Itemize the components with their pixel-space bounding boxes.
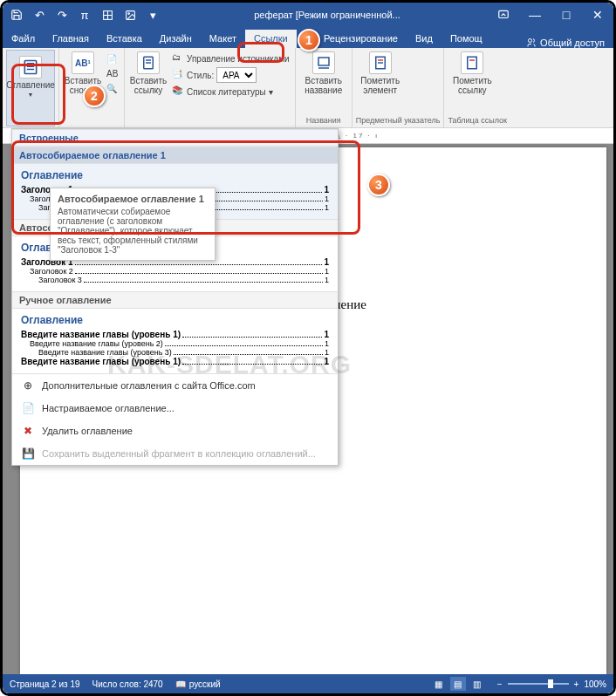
image-icon[interactable] [120,4,140,25]
share-button[interactable]: Общий доступ [517,38,613,48]
insert-citation-button[interactable]: Вставить ссылку [128,50,168,97]
tab-file[interactable]: Файл [3,30,44,48]
sources-icon: 🗂 [172,52,184,65]
zoom-control: − + 100% [497,679,606,689]
caption-icon [312,51,335,74]
office-icon: ⊕ [21,379,35,392]
toc-gallery-dropdown: Встроенные Автособираемое оглавление 1 О… [11,128,339,466]
tooltip-title: Автособираемое оглавление 1 [58,194,208,204]
title-bar: ↶ ↷ π ▾ реферат [Режим ограниченной... —… [3,3,613,27]
language-indicator[interactable]: 📖русский [175,679,221,689]
window-title: реферат [Режим ограниченной... [167,10,488,20]
custom-toc-icon: 📄 [21,401,35,415]
window-controls: — □ ✕ [488,3,613,27]
gallery-item-manual-header[interactable]: Ручное оглавление [12,291,338,309]
footnote-icon: AB¹ [72,51,94,74]
mark-citation-icon [461,51,483,74]
show-notes-button[interactable]: 🔍 [105,83,120,97]
maximize-icon[interactable]: □ [551,3,582,27]
spellcheck-icon: 📖 [175,679,186,689]
callout-3: 3 [367,174,390,196]
zoom-out-button[interactable]: − [497,679,503,689]
read-mode-icon[interactable]: ▦ [431,677,447,691]
word-count[interactable]: Число слов: 2470 [92,679,163,689]
tab-home[interactable]: Главная [44,30,98,48]
next-footnote-button[interactable]: AB [105,68,120,82]
group-toc: Оглавление ▼ [3,48,59,127]
minimize-icon[interactable]: — [519,3,551,27]
menu-custom-toc[interactable]: 📄Настраиваемое оглавление... [12,397,338,420]
tab-insert[interactable]: Вставка [98,30,151,48]
redo-icon[interactable]: ↷ [51,4,72,25]
save-selection-icon: 💾 [21,447,35,461]
save-icon[interactable] [6,4,27,25]
style-icon: 📑 [172,69,184,81]
show-notes-icon: 🔍 [106,84,119,96]
undo-icon[interactable]: ↶ [29,4,50,25]
style-selector[interactable]: 📑Стиль: APA [170,66,291,84]
svg-rect-19 [468,57,477,69]
table-icon[interactable] [97,4,118,25]
citation-icon [137,51,160,74]
web-layout-icon[interactable]: ▥ [469,677,485,691]
tab-help[interactable]: Помощ [441,30,491,48]
group-index: Пометить элемент Предметный указатель [352,48,445,127]
insert-caption-button[interactable]: Вставить название [299,50,348,97]
toc-icon [19,56,42,78]
zoom-slider[interactable] [508,683,569,685]
tab-design[interactable]: Дизайн [151,30,201,48]
tab-references[interactable]: Ссылки [245,30,297,48]
mark-citation-button[interactable]: Пометить ссылку [448,50,496,97]
document-text[interactable]: ление [334,297,366,312]
zoom-in-button[interactable]: + [574,679,579,689]
remove-icon: ✖ [21,424,35,438]
group-toa: Пометить ссылку Таблица ссылок [444,48,510,127]
tab-review[interactable]: Рецензирование [315,30,407,48]
group-label-index: Предметный указатель [356,115,441,126]
gallery-section-builtin: Встроенные [12,129,338,147]
print-layout-icon[interactable]: ▤ [450,677,466,691]
group-captions: Вставить название Названия [296,48,352,127]
tooltip: Автособираемое оглавление 1 Автоматическ… [50,188,216,261]
share-icon [526,38,537,48]
tab-layout[interactable]: Макет [201,30,245,48]
style-dropdown[interactable]: APA [216,67,257,83]
menu-save-selection: 💾Сохранить выделенный фрагмент в коллекц… [12,442,338,465]
callout-2: 2 [83,85,106,107]
bibliography-button[interactable]: 📚Список литературы ▾ [170,85,291,99]
gallery-item-manual[interactable]: Оглавление Введите название главы (урове… [12,309,338,373]
svg-rect-14 [318,58,329,65]
menu-more-office[interactable]: ⊕Дополнительные оглавления с сайта Offic… [12,374,338,397]
group-citations: Вставить ссылку 🗂Управление источниками … [125,48,296,127]
view-buttons: ▦ ▤ ▥ [431,677,485,691]
qat-dropdown-icon[interactable]: ▾ [142,4,163,25]
svg-point-6 [529,39,532,43]
toc-button[interactable]: Оглавление ▼ [6,50,55,126]
pi-icon[interactable]: π [74,4,95,25]
mark-entry-button[interactable]: Пометить элемент [356,50,405,97]
manage-sources-button[interactable]: 🗂Управление источниками [170,51,291,65]
status-bar: Страница 2 из 19 Число слов: 2470 📖русск… [3,674,613,693]
tooltip-body: Автоматически собираемое оглавление (с з… [58,207,208,255]
tab-view[interactable]: Вид [407,30,441,48]
page-indicator[interactable]: Страница 2 из 19 [10,679,80,689]
close-icon[interactable]: ✕ [582,3,613,27]
zoom-level[interactable]: 100% [584,679,606,689]
ribbon-options-icon[interactable] [488,3,519,27]
insert-endnote-button[interactable]: 📄 [105,53,120,67]
group-label-toa: Таблица ссылок [448,115,507,126]
mark-entry-icon [369,51,392,74]
quick-access-toolbar: ↶ ↷ π ▾ [3,4,167,25]
callout-1: 1 [298,29,320,51]
bibliography-icon: 📚 [172,85,184,98]
menu-remove-toc[interactable]: ✖Удалить оглавление [12,420,338,442]
gallery-item-auto1-header[interactable]: Автособираемое оглавление 1 [12,147,338,164]
svg-point-4 [127,12,129,14]
chevron-down-icon: ▼ [28,92,34,99]
endnote-icon: 📄 [106,54,119,66]
next-footnote-icon: AB [106,69,119,81]
group-label-captions: Названия [299,115,348,126]
